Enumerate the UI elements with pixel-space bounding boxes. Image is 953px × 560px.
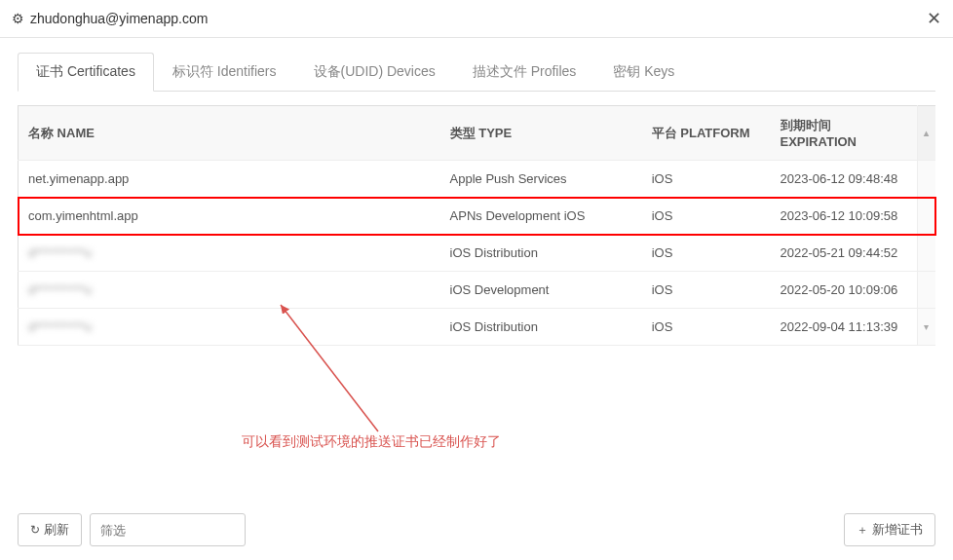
filter-input[interactable] xyxy=(90,513,246,546)
dialog-header: ⚙ zhudonghua@yimenapp.com ✕ xyxy=(0,0,953,38)
chevron-up-icon: ▴ xyxy=(918,128,935,138)
content-area: 证书 Certificates 标识符 Identifiers 设备(UDID)… xyxy=(0,38,953,346)
cell-type: iOS Distribution xyxy=(440,309,642,346)
scroll-up[interactable]: ▴ xyxy=(917,106,935,161)
cell-name: d**********u xyxy=(19,235,440,272)
cell-platform: iOS xyxy=(642,235,771,272)
cell-name: net.yimenapp.app xyxy=(19,161,440,198)
table-row[interactable]: d**********uiOS DevelopmentiOS2022-05-20… xyxy=(19,272,936,309)
cell-platform: iOS xyxy=(642,309,771,346)
cell-expiration: 2022-05-20 10:09:06 xyxy=(771,272,918,309)
scroll-gutter[interactable]: ▾ xyxy=(917,309,935,346)
add-certificate-button[interactable]: ＋ 新增证书 xyxy=(844,513,935,546)
footer-bar: ↻ 刷新 ＋ 新增证书 xyxy=(18,513,935,546)
scroll-gutter xyxy=(917,235,935,272)
cell-type: Apple Push Services xyxy=(440,161,642,198)
table-header-row: 名称 NAME 类型 TYPE 平台 PLATFORM 到期时间 EXPIRAT… xyxy=(19,106,936,161)
annotation-text: 可以看到测试环境的推送证书已经制作好了 xyxy=(242,433,501,451)
cell-type: APNs Development iOS xyxy=(440,198,642,235)
cell-expiration: 2023-06-12 10:09:58 xyxy=(771,198,918,235)
cell-expiration: 2022-05-21 09:44:52 xyxy=(771,235,918,272)
table-row[interactable]: d**********uiOS DistributioniOS2022-05-2… xyxy=(19,235,936,272)
tab-devices[interactable]: 设备(UDID) Devices xyxy=(295,53,454,92)
col-platform[interactable]: 平台 PLATFORM xyxy=(642,106,771,161)
refresh-icon: ↻ xyxy=(30,523,40,537)
col-type[interactable]: 类型 TYPE xyxy=(440,106,642,161)
col-expiration[interactable]: 到期时间 EXPIRATION xyxy=(771,106,918,161)
cell-type: iOS Development xyxy=(440,272,642,309)
refresh-label: 刷新 xyxy=(44,521,69,539)
cell-name: com.yimenhtml.app xyxy=(19,198,440,235)
tab-identifiers[interactable]: 标识符 Identifiers xyxy=(154,53,295,92)
table-row[interactable]: com.yimenhtml.appAPNs Development iOSiOS… xyxy=(19,198,936,235)
scroll-gutter xyxy=(917,272,935,309)
tab-bar: 证书 Certificates 标识符 Identifiers 设备(UDID)… xyxy=(18,52,935,92)
certificate-table: 名称 NAME 类型 TYPE 平台 PLATFORM 到期时间 EXPIRAT… xyxy=(18,105,935,346)
scroll-gutter xyxy=(917,198,935,235)
cell-type: iOS Distribution xyxy=(440,235,642,272)
tab-profiles[interactable]: 描述文件 Profiles xyxy=(454,53,595,92)
cell-name: d**********u xyxy=(19,272,440,309)
scroll-gutter xyxy=(917,161,935,198)
chevron-down-icon[interactable]: ▾ xyxy=(918,321,935,332)
tab-certificates[interactable]: 证书 Certificates xyxy=(18,53,154,92)
col-name[interactable]: 名称 NAME xyxy=(19,106,440,161)
cell-name: d**********u xyxy=(19,309,440,346)
refresh-button[interactable]: ↻ 刷新 xyxy=(18,513,82,546)
cell-platform: iOS xyxy=(642,161,771,198)
gear-icon: ⚙ xyxy=(12,11,24,26)
plus-icon: ＋ xyxy=(857,522,868,539)
cell-expiration: 2022-09-04 11:13:39 xyxy=(771,309,918,346)
cell-platform: iOS xyxy=(642,272,771,309)
certificate-table-wrap: 名称 NAME 类型 TYPE 平台 PLATFORM 到期时间 EXPIRAT… xyxy=(18,105,935,346)
table-row[interactable]: net.yimenapp.appApple Push ServicesiOS20… xyxy=(19,161,936,198)
close-icon[interactable]: ✕ xyxy=(927,8,941,29)
add-label: 新增证书 xyxy=(872,521,923,539)
cell-platform: iOS xyxy=(642,198,771,235)
table-row[interactable]: d**********uiOS DistributioniOS2022-09-0… xyxy=(19,309,936,346)
cell-expiration: 2023-06-12 09:48:48 xyxy=(771,161,918,198)
tab-keys[interactable]: 密钥 Keys xyxy=(594,53,693,92)
account-email: zhudonghua@yimenapp.com xyxy=(30,11,208,26)
